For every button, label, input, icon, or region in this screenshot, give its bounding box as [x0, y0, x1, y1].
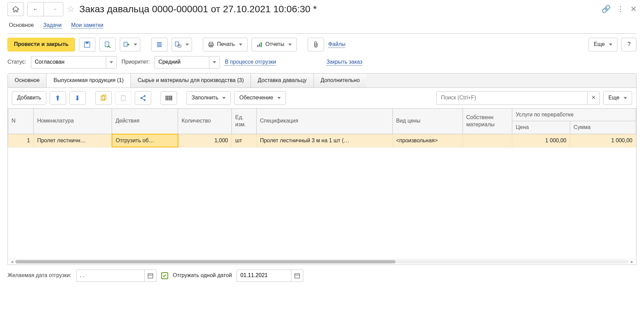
col-unit[interactable]: Ед. изм. — [232, 109, 257, 134]
post-icon — [104, 41, 111, 48]
nav-tabs: Основное Задачи Мои заметки — [7, 20, 637, 34]
files-link[interactable]: Файлы — [328, 41, 345, 48]
chevron-down-icon — [239, 44, 242, 46]
tab-products[interactable]: Выпускаемая продукция (1) — [47, 74, 131, 87]
cell-sum[interactable]: 1 000,00 — [570, 134, 636, 147]
scrollbar-track[interactable] — [15, 260, 629, 263]
cell-unit[interactable]: шт — [232, 134, 257, 147]
desired-date-input[interactable] — [76, 270, 144, 282]
col-processing[interactable]: Услуги по переработке — [512, 109, 636, 121]
close-order-link[interactable]: Закрыть заказ — [326, 59, 363, 66]
ensure-button[interactable]: Обеспечение — [234, 91, 286, 105]
save-button[interactable] — [79, 38, 95, 51]
tab-materials[interactable]: Сырье и материалы для производства (3) — [131, 74, 251, 87]
chevron-down-icon — [222, 97, 226, 99]
col-spec[interactable]: Спецификация — [256, 109, 392, 134]
calendar-button-2[interactable] — [291, 270, 303, 282]
close-icon: ✕ — [591, 94, 596, 101]
col-nomen[interactable]: Номенклатура — [34, 109, 112, 134]
ship-date-field[interactable] — [237, 270, 303, 282]
col-price[interactable]: Цена — [512, 121, 570, 134]
cell-price-type[interactable]: <произвольная> — [392, 134, 463, 147]
ship-date-input[interactable] — [237, 270, 291, 282]
barcode-button[interactable] — [161, 91, 177, 105]
more-button[interactable]: Еще — [589, 38, 617, 51]
svg-rect-20 — [295, 274, 300, 278]
share-button[interactable] — [135, 91, 151, 105]
tab-tasks[interactable]: Задачи — [43, 20, 62, 33]
priority-combo[interactable] — [155, 56, 220, 68]
cell-n[interactable]: 1 — [8, 134, 34, 147]
search-input[interactable] — [437, 94, 587, 101]
cell-price[interactable]: 1 000,00 — [512, 134, 570, 147]
help-button[interactable]: ? — [622, 38, 637, 51]
shipping-link[interactable]: В процессе отгрузки — [225, 59, 276, 66]
search-clear-button[interactable]: ✕ — [587, 92, 599, 105]
more-button-2[interactable]: Еще — [603, 91, 632, 105]
arrow-right-icon: → — [52, 6, 58, 13]
tab-basic[interactable]: Основное — [8, 74, 47, 87]
forward-button[interactable]: → — [47, 2, 63, 16]
tab-delivery[interactable]: Доставка давальцу — [251, 74, 313, 87]
calendar-icon — [148, 273, 153, 278]
svg-rect-9 — [257, 45, 258, 47]
commit-close-button[interactable]: Провести и закрыть — [7, 38, 75, 51]
col-sum[interactable]: Сумма — [570, 121, 636, 134]
favorite-star-icon[interactable]: ☆ — [67, 3, 75, 15]
svg-rect-19 — [148, 274, 153, 278]
link-icon[interactable]: 🔗 — [601, 4, 611, 14]
add-button[interactable]: Добавить — [12, 91, 46, 105]
create-based-on-button[interactable] — [120, 38, 140, 51]
list-icon — [156, 42, 162, 48]
tab-main[interactable]: Основное — [8, 20, 34, 33]
paste-button[interactable] — [115, 91, 131, 105]
svg-rect-4 — [175, 42, 179, 46]
back-button[interactable]: ← — [28, 2, 44, 16]
structure-button[interactable] — [151, 38, 167, 51]
cell-qty[interactable]: 1,000 — [178, 134, 232, 147]
priority-input[interactable] — [155, 56, 209, 68]
cell-nomen[interactable]: Пролет лестничн… — [34, 134, 112, 147]
col-n[interactable]: N — [8, 109, 34, 134]
table-row[interactable]: 1 Пролет лестничн… Отгрузить об… 1,000 ш… — [8, 134, 636, 147]
scrollbar-thumb[interactable] — [15, 260, 396, 263]
reports-button[interactable]: Отчеты — [252, 38, 297, 51]
one-date-checkbox[interactable]: ✔ — [161, 272, 168, 279]
horizontal-scrollbar[interactable]: ◂ ▸ — [8, 259, 636, 264]
time-button[interactable] — [172, 38, 192, 51]
calendar-icon — [294, 273, 300, 278]
post-button[interactable] — [99, 38, 116, 51]
status-row: Статус: Приоритет: В процессе отгрузки З… — [7, 56, 637, 68]
chevron-down-icon — [213, 61, 216, 63]
search-box[interactable]: ✕ — [436, 91, 600, 105]
svg-rect-7 — [209, 44, 213, 46]
priority-dropdown-button[interactable] — [209, 56, 220, 68]
create-icon — [123, 41, 130, 48]
col-price-type[interactable]: Вид цены — [392, 109, 463, 134]
status-dropdown-button[interactable] — [106, 56, 117, 68]
arrow-up-icon: ⬆ — [55, 94, 61, 102]
col-own-mat[interactable]: Собственн материалы — [463, 109, 512, 134]
move-up-button[interactable]: ⬆ — [50, 91, 66, 105]
attach-button[interactable] — [308, 38, 324, 51]
tab-notes[interactable]: Мои заметки — [70, 20, 104, 33]
tab-extra[interactable]: Дополнительно — [314, 74, 367, 87]
desired-date-field[interactable] — [76, 270, 157, 282]
col-actions[interactable]: Действия — [112, 109, 178, 134]
copy-button[interactable] — [95, 91, 112, 105]
cell-actions[interactable]: Отгрузить об… — [112, 134, 178, 147]
home-button[interactable] — [7, 2, 24, 16]
fill-button[interactable]: Заполнить — [187, 91, 231, 105]
close-icon[interactable]: ✕ — [630, 4, 637, 14]
footer-row: Желаемая дата отгрузки: ✔ Отгружать одно… — [7, 270, 637, 282]
cell-own-mat[interactable] — [463, 134, 512, 147]
col-qty[interactable]: Количество — [178, 109, 232, 134]
kebab-menu-icon[interactable]: ⋮ — [617, 4, 624, 14]
status-combo[interactable] — [31, 56, 117, 68]
calendar-button[interactable] — [144, 270, 157, 282]
paperclip-icon — [313, 41, 319, 48]
status-input[interactable] — [31, 56, 106, 68]
print-button[interactable]: Печать — [203, 38, 247, 51]
cell-spec[interactable]: Пролет лестничный 3 м на 1 шт (… — [256, 134, 392, 147]
move-down-button[interactable]: ⬇ — [69, 91, 86, 105]
